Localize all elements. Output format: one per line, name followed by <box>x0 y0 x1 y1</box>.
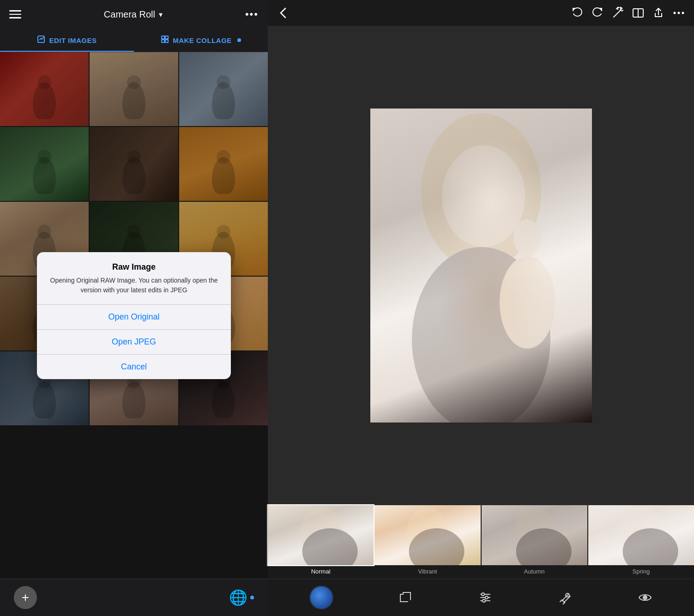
magic-wand-button[interactable] <box>612 7 624 19</box>
filter-vibrant[interactable]: Vibrant <box>374 505 480 579</box>
svg-line-7 <box>622 10 623 11</box>
main-photo <box>370 109 592 423</box>
erase-button[interactable] <box>558 591 572 604</box>
right-header-controls <box>571 7 685 19</box>
svg-point-35 <box>482 593 484 596</box>
hamburger-menu-button[interactable] <box>9 10 21 18</box>
left-bottom-bar: + 🌐 <box>0 579 268 616</box>
circle-toggle-icon <box>310 586 332 609</box>
raw-image-dialog: Raw Image Opening Original RAW Image. Yo… <box>37 252 231 379</box>
filter-thumb-autumn <box>482 505 587 565</box>
svg-point-15 <box>442 145 525 247</box>
svg-point-39 <box>483 599 485 602</box>
tab-make-collage[interactable]: MAKE COLLAGE <box>134 29 268 52</box>
svg-point-18 <box>513 219 541 256</box>
collage-tab-icon <box>161 35 169 45</box>
filter-vibrant-label: Vibrant <box>418 565 437 579</box>
back-button[interactable] <box>277 6 290 19</box>
svg-point-37 <box>485 596 488 599</box>
open-original-button[interactable]: Open Original <box>37 305 231 330</box>
filter-thumb-vibrant <box>374 505 480 565</box>
share-button[interactable] <box>652 7 664 19</box>
right-panel: Normal Vibrant Autumn Spring <box>268 0 694 616</box>
svg-line-5 <box>614 12 619 17</box>
filter-normal-label: Normal <box>311 565 331 579</box>
globe-notification-dot <box>250 596 254 599</box>
filter-normal[interactable]: Normal <box>268 505 374 579</box>
redo-button[interactable] <box>591 7 603 19</box>
filter-autumn-label: Autumn <box>524 565 545 579</box>
add-button[interactable]: + <box>14 586 37 609</box>
left-panel: Camera Roll ▾ ••• EDIT IMAGES <box>0 0 268 616</box>
make-collage-label: MAKE COLLAGE <box>173 36 232 44</box>
svg-line-8 <box>618 7 619 8</box>
filter-strip: Normal Vibrant Autumn Spring <box>268 505 694 579</box>
svg-rect-3 <box>162 40 164 42</box>
svg-point-11 <box>674 12 676 14</box>
chevron-down-icon: ▾ <box>159 10 163 19</box>
left-header: Camera Roll ▾ ••• <box>0 0 268 29</box>
crop-button[interactable] <box>398 591 412 604</box>
cancel-button[interactable]: Cancel <box>37 355 231 379</box>
svg-rect-4 <box>165 40 168 42</box>
svg-point-13 <box>682 12 684 14</box>
open-jpeg-button[interactable]: Open JPEG <box>37 330 231 355</box>
dialog-overlay: Raw Image Opening Original RAW Image. Yo… <box>0 52 268 579</box>
tab-bar: EDIT IMAGES MAKE COLLAGE <box>0 29 268 52</box>
filter-thumb-normal <box>268 505 374 565</box>
more-options-button-right[interactable] <box>673 11 685 15</box>
layers-toggle-button[interactable] <box>310 586 332 609</box>
split-view-button[interactable] <box>632 7 644 19</box>
globe-area[interactable]: 🌐 <box>229 589 254 606</box>
filter-thumb-spring <box>588 505 694 565</box>
svg-rect-1 <box>162 36 164 39</box>
edit-tab-icon <box>37 35 45 45</box>
svg-rect-33 <box>400 594 408 602</box>
svg-point-42 <box>644 597 646 598</box>
dialog-message: Opening Original RAW Image. You can opti… <box>46 276 222 295</box>
filter-spring[interactable]: Spring <box>588 505 694 579</box>
dialog-content-area: Raw Image Opening Original RAW Image. Yo… <box>37 252 231 305</box>
svg-rect-2 <box>165 36 168 39</box>
adjust-button[interactable] <box>478 591 492 604</box>
plus-icon: + <box>22 591 29 604</box>
filter-autumn[interactable]: Autumn <box>482 505 587 579</box>
right-toolbar <box>268 579 694 616</box>
svg-point-17 <box>500 256 555 349</box>
camera-roll-title: Camera Roll <box>104 9 155 20</box>
main-image-area <box>268 26 694 505</box>
right-header <box>268 0 694 26</box>
filter-spring-label: Spring <box>633 565 650 579</box>
right-header-left <box>277 6 290 19</box>
dialog-title: Raw Image <box>46 262 222 272</box>
edit-images-label: EDIT IMAGES <box>49 36 97 44</box>
photo-grid: Raw Image Opening Original RAW Image. Yo… <box>0 52 268 579</box>
tab-edit-images[interactable]: EDIT IMAGES <box>0 29 134 52</box>
more-options-button[interactable]: ••• <box>245 8 259 20</box>
camera-roll-title-area[interactable]: Camera Roll ▾ <box>104 9 163 20</box>
globe-icon: 🌐 <box>229 589 247 606</box>
view-button[interactable] <box>638 591 652 604</box>
undo-button[interactable] <box>571 7 583 19</box>
svg-point-12 <box>678 12 680 14</box>
collage-notification-dot <box>237 38 241 42</box>
